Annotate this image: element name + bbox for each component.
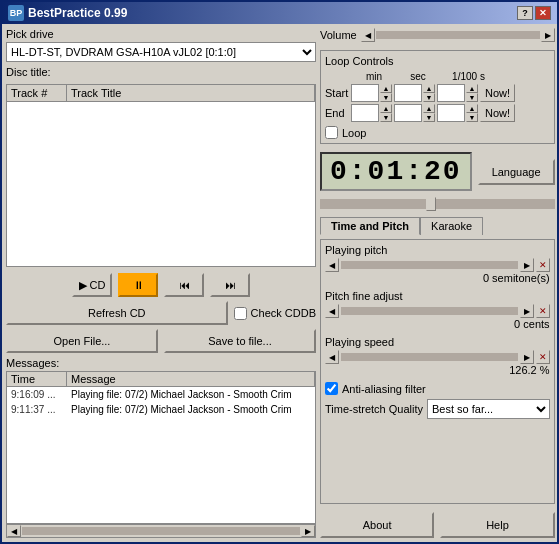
pitch-fine-reset-button[interactable]: ✕ <box>536 304 550 318</box>
scroll-right-arrow[interactable]: ▶ <box>301 525 315 537</box>
volume-track[interactable] <box>376 31 540 39</box>
start-sec-up[interactable]: ▲ <box>423 84 435 93</box>
quality-label: Time-stretch Quality <box>325 403 423 415</box>
pitch-fine-left-arrow[interactable]: ◀ <box>325 304 339 318</box>
window-title: BestPractice 0.99 <box>28 6 127 20</box>
open-file-button[interactable]: Open File... <box>6 329 158 353</box>
position-slider[interactable] <box>320 199 555 209</box>
left-panel: Pick drive HL-DT-ST, DVDRAM GSA-H10A vJL… <box>6 28 316 538</box>
messages-section: Messages: Time Message 9:16:09 ... Playi… <box>6 357 316 538</box>
refresh-cd-button[interactable]: Refresh CD <box>6 301 228 325</box>
loop-checkbox-row: Loop <box>325 126 550 139</box>
tab-content-time-and-pitch: Playing pitch ◀ ▶ ✕ 0 semitone(s) Pitch … <box>320 239 555 504</box>
anti-alias-checkbox[interactable] <box>325 382 338 395</box>
pause-button[interactable]: ⏸ <box>118 273 158 297</box>
end-sec-up[interactable]: ▲ <box>423 104 435 113</box>
next-button[interactable]: ⏭ <box>210 273 250 297</box>
pitch-fine-value: 0 cents <box>325 318 550 330</box>
quality-select[interactable]: Best so far...GoodBetterBest <box>427 399 550 419</box>
start-sec-input[interactable]: 0 <box>394 84 422 102</box>
speed-track[interactable] <box>341 353 518 361</box>
end-sec-input[interactable]: 0 <box>394 104 422 122</box>
title-col-header: Track Title <box>67 85 315 101</box>
playing-speed-section: Playing speed ◀ ▶ ✕ 126.2 % <box>325 336 550 376</box>
loop-controls: Loop Controls min sec 1/100 s Start 0 ▲ … <box>320 50 555 144</box>
start-sec-spin[interactable]: 0 ▲ ▼ <box>394 84 435 102</box>
start-hundredths-down[interactable]: ▼ <box>466 93 478 102</box>
start-hundredths-up[interactable]: ▲ <box>466 84 478 93</box>
pitch-fine-right-arrow[interactable]: ▶ <box>520 304 534 318</box>
end-sec-arrows: ▲ ▼ <box>423 104 435 122</box>
pitch-fine-label: Pitch fine adjust <box>325 290 550 302</box>
end-min-spin[interactable]: 0 ▲ ▼ <box>351 104 392 122</box>
end-min-input[interactable]: 0 <box>351 104 379 122</box>
tab-time-and-pitch[interactable]: Time and Pitch <box>320 217 420 235</box>
start-hundredths-spin[interactable]: 0 ▲ ▼ <box>437 84 478 102</box>
end-sec-spin[interactable]: 0 ▲ ▼ <box>394 104 435 122</box>
end-now-button[interactable]: Now! <box>480 104 515 122</box>
drive-select[interactable]: HL-DT-ST, DVDRAM GSA-H10A vJL02 [0:1:0] <box>6 42 316 62</box>
volume-right-arrow[interactable]: ▶ <box>541 28 555 42</box>
quality-row: Time-stretch Quality Best so far...GoodB… <box>325 399 550 419</box>
start-min-down[interactable]: ▼ <box>380 93 392 102</box>
volume-slider[interactable]: ◀ ▶ <box>361 28 555 42</box>
start-hundredths-arrows: ▲ ▼ <box>466 84 478 102</box>
playing-pitch-section: Playing pitch ◀ ▶ ✕ 0 semitone(s) <box>325 244 550 284</box>
table-row: 9:16:09 ... Playing file: 07/2) Michael … <box>7 387 315 402</box>
end-min-up[interactable]: ▲ <box>380 104 392 113</box>
pitch-right-arrow[interactable]: ▶ <box>520 258 534 272</box>
start-min-input[interactable]: 0 <box>351 84 379 102</box>
start-min-spin[interactable]: 0 ▲ ▼ <box>351 84 392 102</box>
speed-reset-button[interactable]: ✕ <box>536 350 550 364</box>
track-col-header: Track # <box>7 85 67 101</box>
msg-text-1: Playing file: 07/2) Michael Jackson - Sm… <box>67 403 296 416</box>
pitch-fine-slider-row: ◀ ▶ ✕ <box>325 304 550 318</box>
start-min-arrows: ▲ ▼ <box>380 84 392 102</box>
pitch-track[interactable] <box>341 261 518 269</box>
scroll-left-arrow[interactable]: ◀ <box>7 525 21 537</box>
main-window: BP BestPractice 0.99 ? ✕ Pick drive HL-D… <box>0 0 559 544</box>
help-button[interactable]: ? <box>517 6 533 20</box>
msg-time-header: Time <box>7 372 67 386</box>
speed-slider-row: ◀ ▶ ✕ <box>325 350 550 364</box>
play-button[interactable]: ▶ CD <box>72 273 112 297</box>
volume-left-arrow[interactable]: ◀ <box>361 28 375 42</box>
start-sec-down[interactable]: ▼ <box>423 93 435 102</box>
pitch-left-arrow[interactable]: ◀ <box>325 258 339 272</box>
anti-alias-label: Anti-aliasing filter <box>342 383 426 395</box>
loop-checkbox[interactable] <box>325 126 338 139</box>
loop-start-row: Start 0 ▲ ▼ 0 ▲ ▼ <box>325 84 550 102</box>
close-button[interactable]: ✕ <box>535 6 551 20</box>
start-hundredths-input[interactable]: 0 <box>437 84 465 102</box>
end-hundredths-arrows: ▲ ▼ <box>466 104 478 122</box>
pitch-fine-track[interactable] <box>341 307 518 315</box>
prev-button[interactable]: ⏮ <box>164 273 204 297</box>
scroll-track[interactable] <box>22 527 300 535</box>
pitch-reset-button[interactable]: ✕ <box>536 258 550 272</box>
check-cddb-checkbox[interactable] <box>234 307 247 320</box>
start-now-button[interactable]: Now! <box>480 84 515 102</box>
drive-row: HL-DT-ST, DVDRAM GSA-H10A vJL02 [0:1:0] <box>6 42 316 62</box>
drive-label: Pick drive <box>6 28 316 40</box>
end-min-down[interactable]: ▼ <box>380 113 392 122</box>
help-button[interactable]: Help <box>440 512 554 538</box>
end-hundredths-down[interactable]: ▼ <box>466 113 478 122</box>
messages-scrollbar[interactable]: ◀ ▶ <box>6 524 316 538</box>
end-hundredths-input[interactable]: 0 <box>437 104 465 122</box>
loop-controls-label: Loop Controls <box>325 55 550 67</box>
about-button[interactable]: About <box>320 512 434 538</box>
msg-header: Time Message <box>7 372 315 387</box>
end-hundredths-spin[interactable]: 0 ▲ ▼ <box>437 104 478 122</box>
speed-left-arrow[interactable]: ◀ <box>325 350 339 364</box>
tab-karaoke[interactable]: Karaoke <box>420 217 483 235</box>
check-cddb-row: Check CDDB <box>234 301 316 325</box>
disc-title-section: Track # Track Title <box>6 84 316 267</box>
speed-right-arrow[interactable]: ▶ <box>520 350 534 364</box>
pitch-slider-row: ◀ ▶ ✕ <box>325 258 550 272</box>
end-hundredths-up[interactable]: ▲ <box>466 104 478 113</box>
start-min-up[interactable]: ▲ <box>380 84 392 93</box>
end-sec-down[interactable]: ▼ <box>423 113 435 122</box>
position-handle[interactable] <box>426 197 436 211</box>
save-to-file-button[interactable]: Save to file... <box>164 329 316 353</box>
language-button[interactable]: Language <box>478 159 555 185</box>
